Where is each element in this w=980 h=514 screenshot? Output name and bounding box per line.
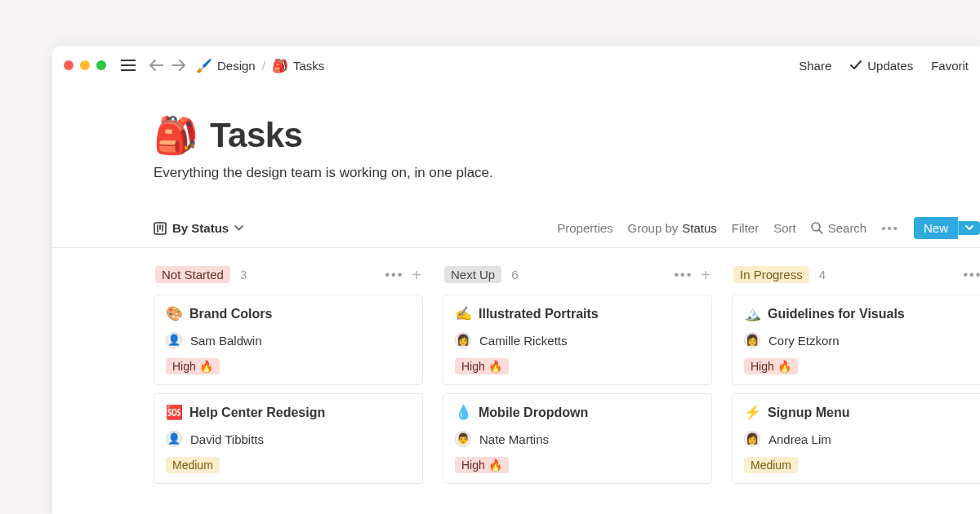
topbar: 🖌️ Design / 🎒 Tasks Share Updates Favori… [52,46,980,85]
card-title: Mobile Dropdown [479,405,588,420]
column-actions: •••+ [964,267,981,283]
card-assignee: 👩Camille Ricketts [455,332,700,348]
card-title: Illustrated Portraits [479,307,599,321]
updates-button[interactable]: Updates [849,59,913,73]
new-button[interactable]: New [914,217,958,239]
card-title-row: 🏔️Guidelines for Visuals [744,305,980,322]
page-description[interactable]: Everything the design team is working on… [154,165,980,181]
view-tab[interactable]: By Status [154,221,243,235]
page-body: 🎒 Tasks Everything the design team is wo… [52,85,980,492]
assignee-name: Camille Ricketts [479,334,568,348]
new-button-group: New [914,217,980,239]
priority-badge: High 🔥 [744,358,798,374]
page-header: 🎒 Tasks Everything the design team is wo… [52,114,980,181]
avatar: 👩 [744,332,760,348]
minimize-window[interactable] [80,60,90,70]
card-title: Signup Menu [768,405,849,420]
window-controls [64,60,106,70]
card-assignee: 👩Andrea Lim [744,431,980,447]
search-icon [811,222,823,234]
column-header: Next Up6•••+ [443,263,712,295]
status-pill[interactable]: In Progress [733,266,809,283]
forward-button[interactable] [170,56,188,74]
check-icon [849,60,862,71]
status-pill[interactable]: Not Started [155,266,230,283]
task-card[interactable]: ✍️Illustrated Portraits👩Camille Ricketts… [443,295,712,385]
priority-badge: High 🔥 [166,358,220,374]
task-card[interactable]: 🎨Brand Colors👤Sam BaldwinHigh 🔥 [154,295,423,385]
card-emoji: 🎨 [166,305,183,322]
card-title: Guidelines for Visuals [768,307,905,321]
card-title-row: ✍️Illustrated Portraits [455,305,700,322]
page-title-row: 🎒 Tasks [154,114,980,157]
back-button[interactable] [147,56,165,74]
column-count: 4 [819,268,826,281]
card-assignee: 👨Nate Martins [455,431,700,447]
assignee-name: Sam Baldwin [190,334,262,348]
board-column: Next Up6•••+✍️Illustrated Portraits👩Cami… [443,263,712,492]
updates-label: Updates [867,59,913,73]
avatar: 👩 [744,431,760,447]
priority-badge: Medium [744,457,798,473]
group-by-button[interactable]: Group by Status [628,221,717,235]
more-menu[interactable]: ••• [881,221,899,235]
chevron-down-icon [234,225,243,231]
page-title[interactable]: Tasks [210,116,302,155]
menu-icon[interactable] [119,56,137,74]
breadcrumb: 🖌️ Design / 🎒 Tasks [196,58,324,73]
backpack-icon: 🎒 [272,58,288,73]
breadcrumb-parent-label: Design [217,59,256,73]
app-window: 🖌️ Design / 🎒 Tasks Share Updates Favori… [52,46,980,514]
add-card-button[interactable]: + [412,267,421,283]
page-emoji[interactable]: 🎒 [154,114,198,157]
task-card[interactable]: ⚡Signup Menu👩Andrea LimMedium [732,393,980,484]
card-title: Brand Colors [189,307,272,321]
task-card[interactable]: 🏔️Guidelines for Visuals👩Cory EtzkornHig… [732,295,980,385]
card-emoji: 🆘 [166,404,183,421]
share-label: Share [799,59,831,73]
close-window[interactable] [64,60,74,70]
topbar-right: Share Updates Favorit [799,59,969,73]
maximize-window[interactable] [96,60,106,70]
search-button[interactable]: Search [811,221,867,235]
assignee-name: Cory Etzkorn [768,334,840,348]
breadcrumb-current[interactable]: 🎒 Tasks [272,58,324,73]
sort-button[interactable]: Sort [773,221,796,235]
card-emoji: ✍️ [455,305,472,322]
status-pill[interactable]: Next Up [444,266,501,283]
card-emoji: 🏔️ [744,305,761,322]
search-label: Search [828,221,867,235]
column-more[interactable]: ••• [964,268,981,282]
share-button[interactable]: Share [799,59,831,73]
group-by-prefix: Group by [628,221,679,235]
column-header: Not Started3•••+ [154,263,423,295]
nav-arrows [147,56,188,74]
chevron-down-icon [965,225,973,231]
favorite-button[interactable]: Favorit [931,59,969,73]
view-name: By Status [172,221,229,235]
priority-badge: Medium [166,457,220,473]
add-card-button[interactable]: + [701,267,710,283]
board-column: In Progress4•••+🏔️Guidelines for Visuals… [732,263,980,492]
properties-button[interactable]: Properties [557,221,612,235]
card-assignee: 👤Sam Baldwin [166,332,411,348]
column-more[interactable]: ••• [675,268,693,282]
breadcrumb-parent[interactable]: 🖌️ Design [196,58,256,73]
card-assignee: 👤David Tibbitts [166,431,411,447]
card-assignee: 👩Cory Etzkorn [744,332,980,348]
avatar: 👩 [455,332,471,348]
card-title-row: 🎨Brand Colors [166,305,411,322]
column-count: 6 [511,268,518,281]
board-column: Not Started3•••+🎨Brand Colors👤Sam Baldwi… [154,263,423,492]
card-title-row: 🆘Help Center Redesign [166,404,411,421]
card-title-row: 💧Mobile Dropdown [455,404,700,421]
task-card[interactable]: 💧Mobile Dropdown👨Nate MartinsHigh 🔥 [443,393,712,484]
column-more[interactable]: ••• [385,268,404,282]
task-card[interactable]: 🆘Help Center Redesign👤David TibbittsMedi… [154,393,423,484]
avatar: 👨 [455,431,471,447]
new-dropdown[interactable] [958,221,980,235]
group-by-value: Status [682,221,717,235]
avatar: 👤 [166,431,182,447]
avatar: 👤 [166,332,182,348]
filter-button[interactable]: Filter [732,221,759,235]
